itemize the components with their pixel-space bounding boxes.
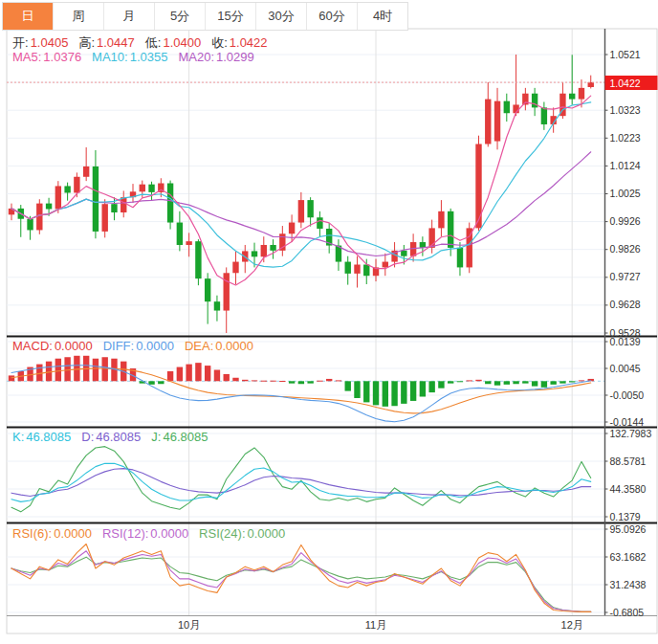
svg-text:-0.0144: -0.0144 <box>610 416 645 428</box>
svg-text:0.9628: 0.9628 <box>610 299 641 310</box>
rsi6-value: RSI(6):0.0000 <box>12 526 92 541</box>
tab-day[interactable]: 日 <box>3 3 54 30</box>
ma-legend: MA5:1.0376 MA10:1.0355 MA20:1.0299 <box>12 50 254 64</box>
macd-layer <box>9 356 594 422</box>
svg-text:12月: 12月 <box>561 619 583 631</box>
dea-value: DEA:0.0000 <box>185 339 253 353</box>
k-value: K:46.8085 <box>12 430 71 444</box>
trading-chart-app: { "tabs": [ {"label":"日","selected":true… <box>0 0 658 644</box>
tab-5min[interactable]: 5分 <box>155 3 206 30</box>
svg-text:-0.0050: -0.0050 <box>610 389 645 401</box>
svg-text:1.0124: 1.0124 <box>610 160 641 171</box>
y-axis-labels: 1.05211.04221.03231.02231.01241.00250.99… <box>604 49 651 618</box>
tab-month[interactable]: 月 <box>104 3 155 30</box>
svg-text:0.9727: 0.9727 <box>610 271 641 282</box>
tab-30min[interactable]: 30分 <box>256 3 307 30</box>
tab-week[interactable]: 周 <box>54 3 104 30</box>
tab-4hour[interactable]: 4时 <box>358 3 407 30</box>
macd-legend: MACD:0.0000 DIFF:0.0000 DEA:0.0000 <box>12 339 253 353</box>
svg-text:0.0139: 0.0139 <box>610 336 641 347</box>
ma10-value: MA10:1.0355 <box>92 50 167 64</box>
svg-text:63.1682: 63.1682 <box>610 551 647 563</box>
rsi-legend: RSI(6):0.0000 RSI(12):0.0000 RSI(24):0.0… <box>12 526 285 541</box>
rsi24-value: RSI(24):0.0000 <box>199 526 285 541</box>
ma5-value: MA5:1.0376 <box>12 50 81 64</box>
svg-text:132.7983: 132.7983 <box>610 428 652 439</box>
k-line <box>11 463 591 501</box>
svg-text:1.0422: 1.0422 <box>610 78 641 89</box>
rsi6-line <box>11 544 591 612</box>
svg-text:0.9926: 0.9926 <box>610 215 641 227</box>
tab-15min[interactable]: 15分 <box>206 3 256 30</box>
svg-text:1.0323: 1.0323 <box>610 104 641 116</box>
svg-text:1.0223: 1.0223 <box>610 132 641 144</box>
rsi-layer <box>11 544 591 612</box>
j-line <box>11 447 591 512</box>
grid-lines <box>7 29 657 633</box>
kdj-layer <box>11 447 591 512</box>
tab-60min[interactable]: 60分 <box>307 3 358 30</box>
svg-text:88.5781: 88.5781 <box>610 455 647 467</box>
svg-text:31.2438: 31.2438 <box>610 579 647 590</box>
ma20-value: MA20:1.0299 <box>178 50 253 64</box>
svg-text:0.1379: 0.1379 <box>610 511 641 522</box>
svg-text:95.0926: 95.0926 <box>610 523 647 535</box>
svg-text:10月: 10月 <box>178 619 200 631</box>
d-value: D:46.8085 <box>81 430 141 444</box>
kdj-legend: K:46.8085 D:46.8085 J:46.8085 <box>12 430 208 444</box>
period-tab-bar: 日 周 月 5分 15分 30分 60分 4时 <box>2 2 408 31</box>
rsi12-value: RSI(12):0.0000 <box>102 526 188 541</box>
d-line <box>11 469 591 497</box>
svg-text:0.9826: 0.9826 <box>610 243 641 255</box>
diff-value: DIFF:0.0000 <box>103 339 174 353</box>
x-axis-labels: 10月11月12月 <box>178 619 583 631</box>
macd-value: MACD:0.0000 <box>12 339 93 353</box>
svg-text:1.0025: 1.0025 <box>610 188 641 199</box>
svg-text:11月: 11月 <box>365 619 386 631</box>
svg-text:44.3580: 44.3580 <box>610 483 647 495</box>
svg-text:-0.6805: -0.6805 <box>610 607 645 618</box>
svg-text:1.0521: 1.0521 <box>610 49 641 60</box>
chart-canvas[interactable]: 1.05211.04221.03231.02231.01241.00250.99… <box>0 0 658 644</box>
svg-text:0.0045: 0.0045 <box>610 363 641 374</box>
j-value: J:46.8085 <box>151 430 208 444</box>
current-price-tag: 1.0422 <box>605 76 658 90</box>
